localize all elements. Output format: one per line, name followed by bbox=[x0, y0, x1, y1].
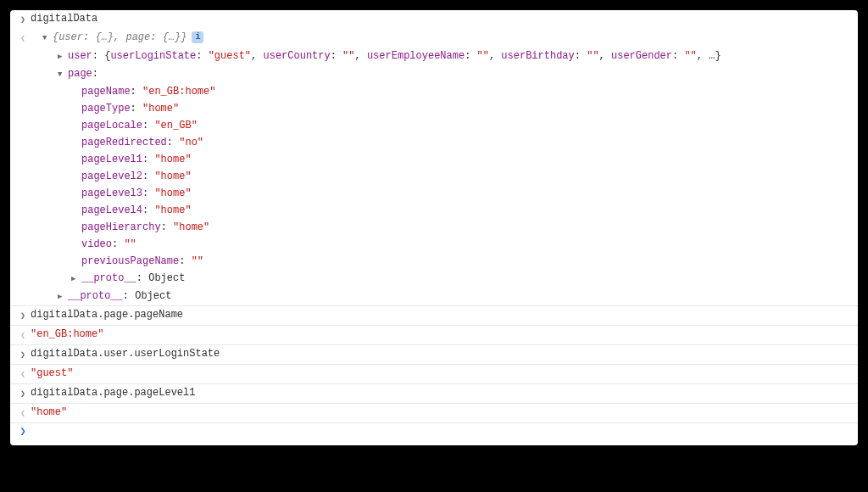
property-key: pageRedirected bbox=[81, 137, 167, 148]
prompt-chevron-icon: ❯ bbox=[15, 423, 31, 440]
output-chevron-icon: ❮ bbox=[15, 365, 31, 383]
console-output-row[interactable]: ❮ "home" bbox=[10, 403, 858, 422]
property-value: "home" bbox=[173, 221, 209, 233]
object-property-row[interactable]: pageLevel1: "home" bbox=[10, 151, 858, 168]
property-key: pageType bbox=[81, 103, 131, 115]
object-property-row[interactable]: ▶__proto__: Object bbox=[10, 270, 858, 288]
console-output-row[interactable]: ❮ "guest" bbox=[10, 364, 858, 383]
property-value: "en_GB" bbox=[154, 120, 197, 131]
console-input-text: digitalData bbox=[31, 10, 858, 27]
property-key: pageLevel1 bbox=[81, 154, 142, 165]
expand-toggle-icon[interactable]: ▶ bbox=[58, 288, 68, 305]
object-property-row[interactable]: pageName: "en_GB:home" bbox=[10, 83, 858, 100]
console-input-row[interactable]: ❯ digitalData.page.pageLevel1 bbox=[10, 383, 858, 403]
output-chevron-icon: ❮ bbox=[15, 404, 31, 422]
input-chevron-icon: ❯ bbox=[15, 10, 31, 29]
property-value: "home" bbox=[154, 204, 191, 216]
object-property-row[interactable]: pageType: "home" bbox=[10, 100, 858, 117]
object-property-row[interactable]: ▼page: bbox=[10, 65, 858, 83]
console-input-row[interactable]: ❯ digitalData bbox=[10, 10, 858, 29]
property-key: previousPageName bbox=[81, 255, 179, 267]
property-value: "home" bbox=[142, 103, 179, 115]
object-property-row[interactable]: video: "" bbox=[10, 236, 858, 253]
property-value: "" bbox=[192, 255, 203, 267]
property-value: "en_GB:home" bbox=[142, 86, 215, 98]
property-value: "no" bbox=[179, 137, 203, 148]
console-output-row[interactable]: ❮ "en_GB:home" bbox=[10, 325, 858, 344]
console-input-text: digitalData.page.pageName bbox=[31, 306, 858, 323]
console-output-row[interactable]: ❮ ▼{user: {…}, page: {…}}i bbox=[10, 29, 858, 48]
console-output-text: "guest" bbox=[31, 365, 858, 382]
input-chevron-icon: ❯ bbox=[15, 345, 31, 364]
property-value: "home" bbox=[154, 171, 191, 182]
property-key: pageName bbox=[81, 86, 131, 98]
object-property-row[interactable]: pageRedirected: "no" bbox=[10, 134, 858, 151]
console-input-text: digitalData.user.userLoginState bbox=[31, 345, 858, 362]
page-properties: pageName: "en_GB:home"pageType: "home"pa… bbox=[10, 83, 858, 270]
console-output-text: "en_GB:home" bbox=[31, 326, 858, 343]
property-key: pageLevel3 bbox=[81, 187, 142, 199]
console-input-row[interactable]: ❯ digitalData.user.userLoginState bbox=[10, 344, 858, 364]
output-chevron-icon: ❮ bbox=[15, 326, 31, 344]
object-property-row[interactable]: pageLevel2: "home" bbox=[10, 168, 858, 185]
property-value: "" bbox=[124, 238, 136, 250]
expand-toggle-icon[interactable]: ▼ bbox=[42, 30, 53, 47]
object-property-row[interactable]: previousPageName: "" bbox=[10, 253, 858, 270]
object-property-row[interactable]: ▶__proto__: Object bbox=[10, 288, 858, 305]
property-value: "home" bbox=[154, 187, 191, 199]
property-value: "home" bbox=[154, 154, 191, 165]
object-property-row[interactable]: ▶user: {userLoginState: "guest", userCou… bbox=[10, 48, 858, 65]
property-key: user bbox=[68, 50, 92, 62]
expand-toggle-icon[interactable]: ▼ bbox=[58, 66, 68, 83]
property-key: pageHierarchy bbox=[81, 221, 161, 233]
object-summary: ▼{user: {…}, page: {…}}i bbox=[31, 29, 858, 47]
property-key: video bbox=[81, 238, 112, 250]
proto-key: __proto__ bbox=[68, 290, 123, 302]
object-property-row[interactable]: pageLevel3: "home" bbox=[10, 185, 858, 202]
expand-toggle-icon[interactable]: ▶ bbox=[58, 48, 68, 65]
console-input-text: digitalData.page.pageLevel1 bbox=[31, 384, 858, 401]
input-chevron-icon: ❯ bbox=[15, 384, 31, 403]
expand-toggle-icon[interactable]: ▶ bbox=[71, 271, 81, 288]
object-property-row[interactable]: pageLevel4: "home" bbox=[10, 202, 858, 219]
output-chevron-icon: ❮ bbox=[15, 29, 31, 48]
console-input-row[interactable]: ❯ digitalData.page.pageName bbox=[10, 305, 858, 325]
property-key: page bbox=[68, 68, 92, 80]
property-key: pageLocale bbox=[81, 120, 142, 131]
devtools-console: ❯ digitalData ❮ ▼{user: {…}, page: {…}}i… bbox=[10, 10, 858, 445]
object-property-row[interactable]: pageHierarchy: "home" bbox=[10, 219, 858, 236]
input-chevron-icon: ❯ bbox=[15, 306, 31, 325]
property-key: pageLevel2 bbox=[81, 171, 142, 182]
object-property-row[interactable]: pageLocale: "en_GB" bbox=[10, 117, 858, 134]
console-output-text: "home" bbox=[31, 404, 858, 421]
property-key: pageLevel4 bbox=[81, 204, 142, 216]
proto-key: __proto__ bbox=[81, 272, 136, 284]
console-prompt-row[interactable]: ❯ bbox=[10, 422, 858, 440]
info-icon[interactable]: i bbox=[192, 31, 203, 43]
